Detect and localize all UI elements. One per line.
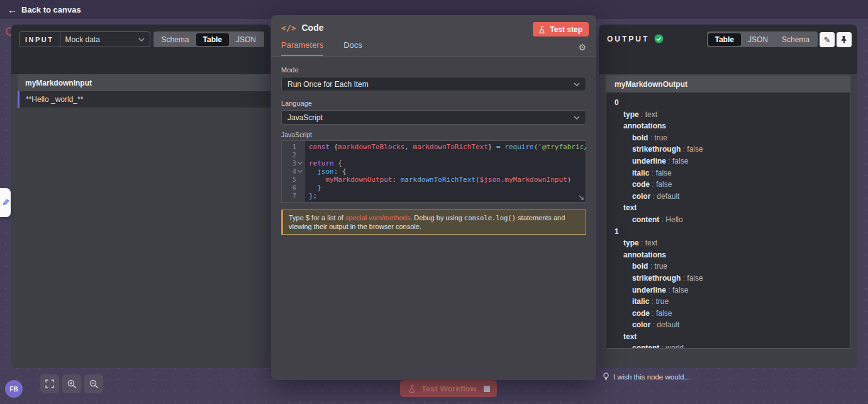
input-view-switch: SchemaTableJSON (153, 31, 265, 47)
tree-key: annotations (623, 121, 666, 130)
fold-spacer (298, 185, 303, 191)
tree-field-italic[interactable]: italic : false (606, 167, 850, 179)
pencil-icon: ✎ (824, 35, 831, 45)
tree-key: italic (632, 297, 649, 306)
tree-node-annotations[interactable]: annotations (606, 120, 850, 132)
avatar[interactable]: FB (5, 380, 23, 398)
code-line: } (309, 184, 586, 192)
code-line: const {markdownToBlocks, markdownToRichT… (309, 143, 586, 151)
tree-separator: : (666, 286, 672, 295)
tree-field-strikethrough[interactable]: strikethrough : false (606, 272, 850, 284)
editor-language-label: JavaScript (281, 131, 586, 138)
tree-value: default (657, 192, 679, 201)
tree-field-underline[interactable]: underline : false (606, 284, 850, 296)
tree-node-text[interactable]: text (606, 202, 850, 214)
tree-key: italic (632, 169, 649, 177)
tree-key: code (632, 180, 650, 189)
fit-to-screen-button[interactable] (40, 374, 59, 393)
edit-input-handle[interactable]: ✎ (0, 188, 11, 217)
input-source-selector[interactable]: INPUT Mock data (19, 31, 150, 47)
edit-output-button[interactable]: ✎ (820, 32, 835, 47)
tree-field-underline[interactable]: underline : false (606, 155, 850, 167)
tree-key: underline (632, 286, 666, 295)
tree-field-strikethrough[interactable]: strikethrough : false (606, 143, 850, 155)
node-feedback-link[interactable]: I wish this node would... (603, 373, 690, 381)
node-title: Code (301, 23, 323, 33)
code-node-modal: </> Code Test step ParametersDocs ⚙ Mode… (271, 15, 596, 380)
tree-field-italic[interactable]: italic : true (606, 296, 850, 308)
test-workflow-button[interactable]: Test Workflow (400, 380, 486, 397)
fold-spacer (298, 152, 303, 158)
tab-parameters[interactable]: Parameters (281, 40, 323, 56)
view-tab-json[interactable]: JSON (741, 33, 775, 46)
code-line: json: { (309, 167, 586, 176)
mode-value: Run Once for Each Item (287, 80, 574, 89)
zoom-in-icon (67, 379, 77, 389)
tree-field-type[interactable]: type : text (606, 109, 850, 121)
tree-field-content[interactable]: content : Hello (606, 214, 850, 226)
view-tab-json[interactable]: JSON (229, 33, 263, 46)
tree-field-bold[interactable]: bold : true (606, 261, 850, 272)
tree-value: world (665, 344, 684, 349)
tree-value: false (672, 157, 688, 166)
code-editor[interactable]: 1234567 const {markdownToBlocks, markdow… (281, 140, 586, 203)
tree-field-code[interactable]: code : false (606, 179, 850, 191)
view-tab-table[interactable]: Table (708, 33, 741, 46)
tab-docs[interactable]: Docs (343, 40, 362, 56)
view-tab-schema[interactable]: Schema (775, 33, 816, 46)
tree-separator: : (650, 309, 656, 318)
tree-key: bold (632, 133, 648, 142)
tree-field-color[interactable]: color : default (606, 191, 850, 203)
modal-header: </> Code Test step ParametersDocs ⚙ (271, 15, 596, 57)
tree-node-1[interactable]: 1 (606, 226, 850, 238)
fold-chevron-icon[interactable] (298, 169, 303, 174)
tree-field-type[interactable]: type : text (606, 237, 850, 249)
line-number: 7 (282, 192, 305, 200)
view-tab-schema[interactable]: Schema (155, 33, 196, 46)
settings-gear-icon[interactable]: ⚙ (578, 42, 586, 52)
test-workflow-label: Test Workflow (421, 384, 477, 393)
language-select[interactable]: JavaScript (281, 110, 586, 125)
pin-icon (840, 35, 849, 44)
fold-spacer (298, 177, 303, 182)
tree-key: strikethrough (632, 274, 681, 283)
fold-chevron-icon[interactable] (298, 160, 303, 166)
zoom-out-button[interactable] (84, 374, 103, 393)
line-number: 3 (282, 159, 305, 167)
input-panel: INPUT Mock data SchemaTableJSON 1 item m… (11, 25, 270, 368)
tree-field-content[interactable]: content : world (606, 342, 850, 349)
input-source-value: Mock data (60, 35, 139, 44)
tree-node-annotations[interactable]: annotations (606, 249, 850, 261)
output-data-area: myMarkdownOutput 0type : textannotations… (599, 74, 857, 368)
tree-node-text[interactable]: text (606, 331, 850, 343)
tree-value: false (672, 286, 688, 295)
test-step-button[interactable]: Test step (533, 22, 589, 36)
output-tree: myMarkdownOutput 0type : textannotations… (606, 76, 850, 349)
tree-field-code[interactable]: code : false (606, 308, 850, 320)
tree-key: underline (632, 157, 666, 166)
chevron-down-icon (574, 116, 580, 120)
hint-text: . Debug by using (410, 214, 464, 222)
special-vars-link[interactable]: special vars/methods (345, 214, 410, 222)
tree-value: true (654, 262, 667, 271)
zoom-in-button[interactable] (62, 374, 81, 393)
tree-separator: : (639, 110, 645, 119)
editor-resize-handle[interactable] (578, 194, 584, 201)
back-to-canvas-label: Back to canvas (21, 5, 81, 14)
mode-select[interactable]: Run Once for Each Item (281, 77, 586, 91)
back-to-canvas-button[interactable]: ← Back to canvas (8, 5, 81, 14)
view-tab-table[interactable]: Table (196, 33, 229, 46)
tree-value: text (645, 110, 657, 119)
output-tree-rows: 0type : textannotationsbold : truestrike… (606, 93, 850, 349)
tree-field-color[interactable]: color : default (606, 319, 850, 331)
input-table-cell: **Hello _world_** (18, 91, 270, 108)
pencil-icon: ✎ (2, 198, 9, 208)
tree-separator: : (650, 192, 657, 201)
code-line (309, 151, 586, 159)
tree-node-0[interactable]: 0 (606, 97, 850, 109)
stop-execution-button[interactable] (476, 380, 497, 397)
output-tree-header[interactable]: myMarkdownOutput (606, 76, 850, 93)
input-table-column-header[interactable]: myMarkdownInput (18, 74, 270, 91)
tree-field-bold[interactable]: bold : true (606, 132, 850, 144)
pin-data-button[interactable] (837, 32, 852, 47)
